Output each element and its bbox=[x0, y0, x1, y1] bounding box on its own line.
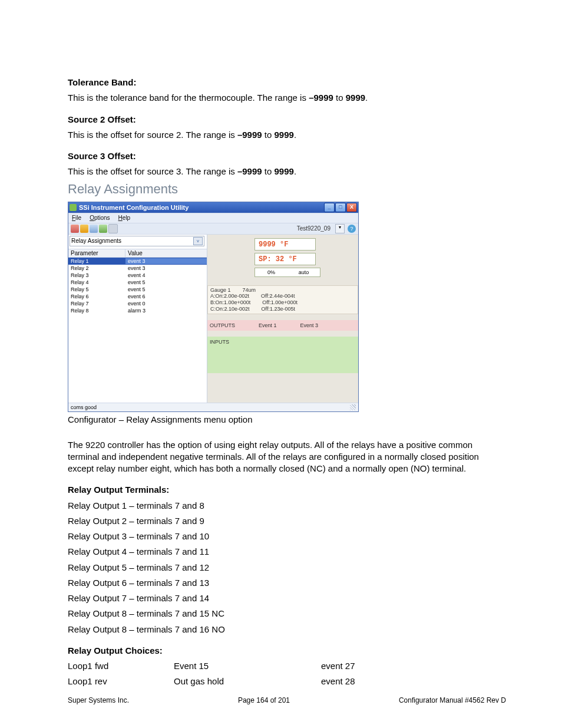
page-footer: Super Systems Inc. Page 164 of 201 Confi… bbox=[68, 696, 506, 704]
outputs-panel: OUTPUTS Event 1 Event 3 bbox=[207, 320, 358, 331]
chevron-down-icon[interactable]: v bbox=[193, 237, 203, 245]
terminal-line: Relay Output 3 – terminals 7 and 10 bbox=[68, 531, 494, 542]
app-icon bbox=[70, 204, 77, 211]
grid-header-value: Value bbox=[125, 249, 207, 257]
grid-header: Parameter Value bbox=[68, 249, 207, 258]
config-utility-window: SSi Instrument Configuration Utility _ □… bbox=[68, 202, 359, 412]
choice-item: Out gas hold bbox=[174, 676, 321, 687]
terminal-line: Relay Output 8 – terminals 7 and 15 NC bbox=[68, 608, 494, 620]
footer-center: Page 164 of 201 bbox=[238, 696, 290, 704]
gauge-panel: Gauge 174um A:On:2.00e-002tOff:2.44e-004… bbox=[207, 285, 358, 314]
choices-table: Loop1 fwd Loop1 rev Event 15 Out gas hol… bbox=[68, 660, 494, 691]
terminal-line: Relay Output 8 – terminals 7 and 16 NO bbox=[68, 624, 494, 635]
status-bar: coms good bbox=[68, 403, 358, 411]
heading-tolerance: Tolerance Band: bbox=[68, 77, 136, 87]
choice-item: Loop1 fwd bbox=[68, 660, 174, 672]
heading-src2: Source 2 Offset: bbox=[68, 114, 136, 124]
terminal-line: Relay Output 2 – terminals 7 and 9 bbox=[68, 515, 494, 527]
menu-bar: File Options Help bbox=[68, 213, 358, 223]
terminal-line: Relay Output 5 – terminals 7 and 12 bbox=[68, 562, 494, 574]
maximize-button[interactable]: □ bbox=[335, 203, 346, 212]
table-row[interactable]: Relay 1 event 3 bbox=[68, 258, 207, 265]
table-row[interactable]: Relay 4event 5 bbox=[68, 279, 207, 286]
close-button[interactable]: X bbox=[346, 203, 357, 212]
toolbar: Test9220_09 ▾ ? bbox=[68, 223, 358, 235]
page-dropdown[interactable]: Relay Assignments v bbox=[70, 236, 204, 246]
toolbar-icon-2[interactable] bbox=[80, 225, 88, 233]
heading-choices: Relay Output Choices: bbox=[68, 645, 163, 655]
menu-options[interactable]: Options bbox=[90, 215, 110, 221]
toolbar-icon-5[interactable] bbox=[108, 224, 118, 233]
terminal-line: Relay Output 6 – terminals 7 and 13 bbox=[68, 577, 494, 589]
toolbar-help-icon[interactable]: ? bbox=[348, 225, 356, 233]
toolbar-icon-1[interactable] bbox=[71, 225, 79, 233]
body-paragraph: The 9220 controller has the option of us… bbox=[68, 439, 494, 475]
heading-relay-assignments: Relay Assignments bbox=[68, 182, 494, 197]
heading-terminals: Relay Output Terminals: bbox=[68, 485, 169, 495]
figure-caption: Configurator – Relay Assignments menu op… bbox=[68, 414, 494, 424]
inputs-panel: INPUTS bbox=[207, 337, 358, 373]
choice-item: Event 15 bbox=[174, 660, 321, 672]
grid-header-parameter: Parameter bbox=[68, 249, 125, 257]
minimize-button[interactable]: _ bbox=[324, 203, 335, 212]
titlebar[interactable]: SSi Instrument Configuration Utility _ □… bbox=[68, 202, 358, 213]
terminal-line: Relay Output 4 – terminals 7 and 11 bbox=[68, 546, 494, 558]
footer-right: Configurator Manual #4562 Rev D bbox=[399, 696, 506, 704]
table-row[interactable]: Relay 3event 4 bbox=[68, 272, 207, 279]
toolbar-device-label: Test9220_09 bbox=[297, 225, 330, 232]
heading-src3: Source 3 Offset: bbox=[68, 151, 136, 161]
window-title: SSi Instrument Configuration Utility bbox=[79, 204, 189, 211]
table-row[interactable]: Relay 5event 5 bbox=[68, 286, 207, 293]
toolbar-icon-3[interactable] bbox=[90, 225, 98, 233]
choice-item: event 28 bbox=[321, 676, 427, 687]
status-text: coms good bbox=[71, 404, 97, 410]
temperature-readout: 9999 °F bbox=[254, 238, 316, 251]
text-tolerance: This is the tolerance band for the therm… bbox=[68, 92, 494, 104]
page-dropdown-value: Relay Assignments bbox=[71, 238, 121, 244]
toolbar-dropdown-icon[interactable]: ▾ bbox=[335, 224, 345, 233]
table-row[interactable]: Relay 2event 3 bbox=[68, 265, 207, 272]
setpoint-readout: SP: 32 °F bbox=[254, 253, 316, 265]
terminal-line: Relay Output 1 – terminals 7 and 8 bbox=[68, 500, 494, 512]
choice-item: Loop1 rev bbox=[68, 676, 174, 687]
menu-help[interactable]: Help bbox=[118, 215, 131, 221]
right-pane: 9999 °F SP: 32 °F 0% auto Gauge 174um A:… bbox=[207, 235, 358, 403]
text-src2: This is the offset for source 2. The ran… bbox=[68, 129, 494, 141]
output-percent-bar: 0% auto bbox=[254, 268, 320, 277]
footer-left: Super Systems Inc. bbox=[68, 696, 129, 704]
left-pane: Relay Assignments v Parameter Value Rela… bbox=[68, 235, 207, 403]
text-src3: This is the offset for source 3. The ran… bbox=[68, 166, 494, 177]
table-row[interactable]: Relay 8alarm 3 bbox=[68, 307, 207, 314]
toolbar-icon-4[interactable] bbox=[99, 225, 107, 233]
resize-grip-icon[interactable] bbox=[350, 404, 356, 410]
terminal-line: Relay Output 7 – terminals 7 and 14 bbox=[68, 592, 494, 604]
table-row[interactable]: Relay 7event 0 bbox=[68, 300, 207, 307]
choice-item: event 27 bbox=[321, 660, 427, 672]
table-row[interactable]: Relay 6event 6 bbox=[68, 293, 207, 300]
menu-file[interactable]: File bbox=[72, 215, 81, 221]
